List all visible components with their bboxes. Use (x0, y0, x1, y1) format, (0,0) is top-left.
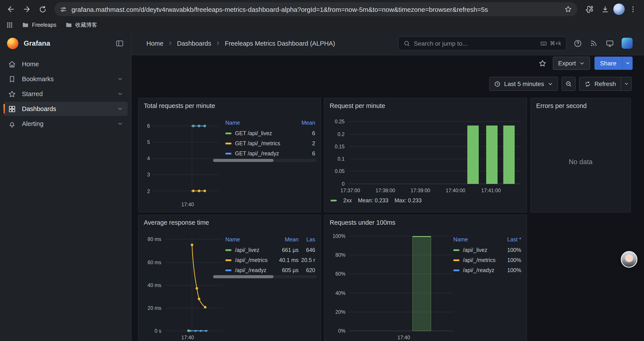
sidebar-item-alerting[interactable]: Alerting (4, 117, 128, 131)
col-last-header[interactable]: Las (298, 237, 315, 243)
series-last: 100% (500, 247, 521, 253)
legend-scrollbar[interactable] (213, 275, 316, 278)
zoom-out-button[interactable] (562, 77, 576, 91)
time-controls: Last 5 minutes Refresh (489, 77, 632, 91)
sidebar-item-home[interactable]: Home (4, 57, 128, 71)
legend-item-2xx[interactable]: 2xx (330, 197, 352, 204)
series-name: GET /api/_livez (235, 130, 296, 136)
back-button[interactable] (4, 2, 18, 17)
scrollbar-thumb[interactable] (213, 159, 274, 162)
col-mean-header[interactable]: Mean (296, 120, 315, 126)
share-menu-button[interactable] (622, 57, 632, 70)
browser-toolbar: grafana.mathmast.com/d/deytv4rwavabkb/fr… (0, 0, 644, 19)
breadcrumb-home[interactable]: Home (146, 40, 163, 47)
legend-header: Name Last * (453, 234, 521, 245)
extensions-puzzle-icon (585, 5, 593, 14)
sidebar-item-bookmarks[interactable]: Bookmarks (4, 72, 128, 86)
line-chart[interactable] (152, 120, 219, 197)
bar-chart[interactable] (349, 119, 522, 187)
chevron-down-icon[interactable] (117, 121, 123, 127)
share-split-button: Share (594, 57, 632, 70)
sidebar-item-starred[interactable]: Starred (4, 87, 128, 101)
col-name-header[interactable]: Name (225, 120, 296, 126)
series-swatch-yellow (225, 259, 232, 261)
col-last-header[interactable]: Last * (500, 237, 521, 243)
line-chart[interactable] (166, 236, 224, 336)
col-name-header[interactable]: Name (225, 237, 273, 243)
bookmark-folder-blogs[interactable]: 收藏博客 (65, 21, 97, 29)
grafana-logo[interactable] (7, 38, 18, 49)
chevron-down-icon[interactable] (117, 91, 123, 97)
grafana-app: Grafana Home Bookmarks Starred (0, 32, 644, 341)
legend-row[interactable]: /api/_/metrics 40.1 ms 20.5 m (225, 255, 315, 265)
legend-row[interactable]: /api/_livez 100% (453, 245, 521, 255)
share-button[interactable]: Share (594, 57, 622, 70)
sidebar-item-dashboards[interactable]: Dashboards (4, 102, 128, 116)
forward-button[interactable] (19, 2, 34, 17)
zoom-out-icon (565, 80, 572, 87)
extensions-button[interactable] (582, 2, 597, 17)
reload-button[interactable] (35, 2, 50, 17)
chevron-down-icon[interactable] (117, 76, 123, 82)
browser-menu-button[interactable] (626, 2, 640, 17)
legend-row[interactable]: /api/_/metrics 100% (453, 255, 521, 265)
y-tick: 2 (138, 188, 150, 194)
site-info-icon[interactable] (60, 6, 67, 13)
refresh-interval-button[interactable] (621, 77, 631, 90)
favorite-star-button[interactable] (536, 57, 548, 69)
series-swatch-green (225, 249, 232, 251)
shortcut-label: ⌘+k (550, 40, 561, 47)
search-icon (403, 40, 410, 47)
chevron-down-icon[interactable] (117, 106, 123, 112)
y-tick: 4 (138, 155, 150, 162)
user-avatar[interactable] (622, 38, 632, 49)
refresh-button[interactable]: Refresh (580, 77, 621, 90)
panel-title[interactable]: Total requests per minute (144, 102, 215, 109)
time-range-picker[interactable]: Last 5 minutes (489, 77, 558, 91)
sidebar-item-label: Bookmarks (22, 76, 54, 83)
dashboards-grid-icon (8, 105, 16, 113)
legend-row[interactable]: GET /api/_livez 6 (225, 128, 315, 138)
search-input[interactable]: Search or jump to... ⌘+k (398, 36, 566, 50)
browser-profile-avatar[interactable] (613, 4, 625, 15)
y-tick: 0 s (138, 328, 161, 334)
panel-total-requests: Total requests per minute 6 5 4 3 2 (138, 98, 321, 212)
export-button[interactable]: Export (553, 57, 590, 70)
bookmark-folder-freeleaps[interactable]: Freeleaps (22, 22, 56, 29)
y-tick: 40 ms (138, 282, 161, 288)
panel-title[interactable]: Average response time (144, 219, 209, 226)
url-bar[interactable]: grafana.mathmast.com/d/deytv4rwavabkb/fr… (54, 2, 577, 16)
legend-row[interactable]: GET /api/_/readyz 6 (225, 148, 315, 158)
legend-row[interactable]: GET /api/_/metrics 2 (225, 138, 315, 148)
y-tick: 6 (138, 123, 150, 129)
series-swatch-green (330, 200, 337, 201)
bookmark-label: Freeleaps (32, 22, 56, 28)
series-swatch-green (225, 132, 232, 134)
panel-title[interactable]: Request per minute (330, 102, 385, 109)
apps-grid-icon[interactable] (6, 22, 13, 29)
legend-row[interactable]: /api/_/readyz 605 µs 620 (225, 265, 315, 275)
back-icon (6, 5, 15, 14)
col-name-header[interactable]: Name (453, 237, 500, 243)
col-mean-header[interactable]: Mean (273, 237, 298, 243)
kiosk-monitor-button[interactable] (606, 39, 614, 48)
downloads-button[interactable] (598, 2, 612, 17)
panel-title[interactable]: Requests under 100ms (330, 219, 396, 226)
bar-chart[interactable] (349, 234, 454, 334)
folder-icon (22, 22, 29, 29)
dock-sidebar-icon[interactable] (115, 39, 124, 48)
assistant-avatar-button[interactable] (621, 251, 638, 268)
scrollbar-thumb[interactable] (213, 275, 274, 278)
panel-title[interactable]: Errors per second (536, 102, 587, 109)
chevron-down-icon (625, 61, 630, 66)
series-name: /api/_/readyz (235, 267, 273, 273)
legend-row[interactable]: /api/_/readyz 100% (453, 265, 521, 275)
news-rss-button[interactable] (590, 39, 598, 47)
help-button[interactable] (574, 39, 582, 48)
breadcrumb-dashboards[interactable]: Dashboards (177, 40, 211, 47)
series-mean: 605 µs (273, 267, 298, 273)
legend-row[interactable]: /api/_livez 661 µs 646 (225, 245, 315, 255)
bookmark-star-icon[interactable] (564, 5, 572, 13)
legend-scrollbar[interactable] (213, 159, 316, 162)
help-icon (574, 39, 582, 48)
